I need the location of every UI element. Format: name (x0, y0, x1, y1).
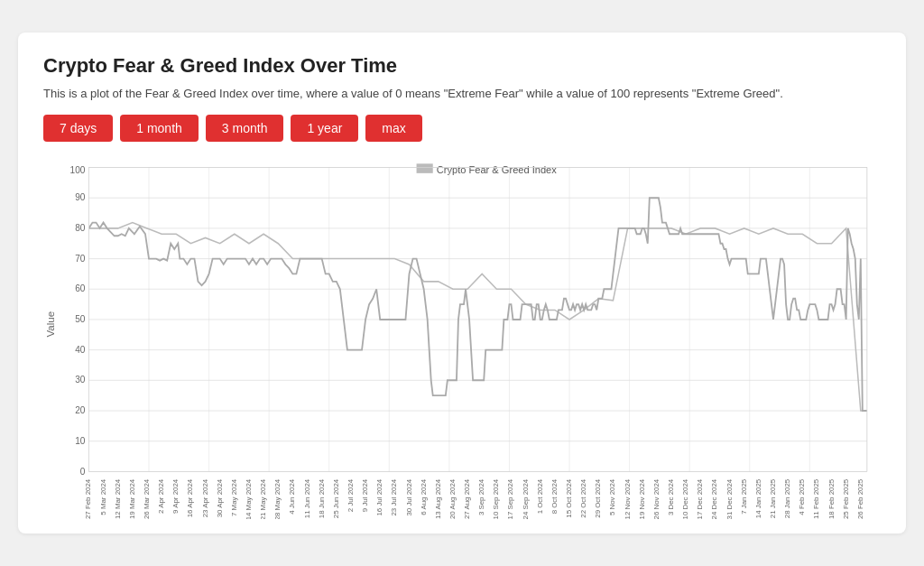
svg-text:22 Oct 2024: 22 Oct 2024 (579, 478, 587, 518)
svg-text:15 Oct 2024: 15 Oct 2024 (565, 478, 573, 518)
svg-text:19 Nov 2024: 19 Nov 2024 (638, 478, 646, 519)
svg-text:90: 90 (75, 192, 85, 202)
svg-text:25 Jun 2024: 25 Jun 2024 (332, 478, 340, 518)
chart-container: Crypto Fear & Greed Index 0 10 20 30 40 … (43, 158, 881, 519)
svg-text:11 Feb 2025: 11 Feb 2025 (813, 479, 821, 519)
svg-text:10: 10 (75, 436, 85, 446)
svg-text:20 Aug 2024: 20 Aug 2024 (448, 478, 457, 519)
btn-1year[interactable]: 1 year (291, 115, 358, 142)
svg-text:17 Sep 2024: 17 Sep 2024 (507, 478, 515, 519)
svg-text:18 Jun 2024: 18 Jun 2024 (318, 478, 326, 518)
svg-text:4 Feb 2025: 4 Feb 2025 (798, 479, 806, 515)
svg-text:25 Feb 2025: 25 Feb 2025 (842, 479, 850, 519)
fear-greed-path (88, 198, 866, 411)
y-axis: 0 10 20 30 40 50 60 70 80 90 1 (70, 165, 867, 477)
svg-text:16 Jul 2024: 16 Jul 2024 (375, 478, 383, 515)
svg-text:40: 40 (75, 345, 85, 355)
svg-text:11 Jun 2024: 11 Jun 2024 (303, 478, 311, 518)
svg-text:60: 60 (75, 283, 85, 293)
svg-text:30: 30 (75, 375, 85, 385)
svg-text:17 Dec 2024: 17 Dec 2024 (696, 478, 704, 519)
svg-text:80: 80 (75, 223, 85, 233)
btn-7days[interactable]: 7 days (43, 115, 113, 142)
svg-text:18 Feb 2025: 18 Feb 2025 (827, 479, 836, 519)
svg-text:31 Dec 2024: 31 Dec 2024 (725, 478, 734, 519)
svg-text:14 May 2024: 14 May 2024 (245, 478, 253, 519)
svg-text:100: 100 (70, 165, 86, 175)
btn-3month[interactable]: 3 month (206, 115, 284, 142)
subtitle-text: This is a plot of the Fear & Greed Index… (43, 87, 881, 100)
btn-1month[interactable]: 1 month (120, 115, 199, 142)
svg-text:19 Mar 2024: 19 Mar 2024 (128, 478, 136, 519)
main-card: Crypto Fear & Greed Index Over Time This… (18, 32, 906, 534)
y-axis-label: Value (45, 311, 56, 338)
svg-text:9 Apr 2024: 9 Apr 2024 (171, 478, 180, 514)
svg-text:20: 20 (75, 405, 85, 415)
svg-text:7 May 2024: 7 May 2024 (230, 478, 238, 516)
svg-text:14 Jan 2025: 14 Jan 2025 (754, 479, 762, 518)
svg-text:12 Nov 2024: 12 Nov 2024 (624, 478, 632, 519)
svg-text:4 Jun 2024: 4 Jun 2024 (289, 478, 297, 515)
svg-text:3 Sep 2024: 3 Sep 2024 (477, 478, 485, 515)
svg-text:3 Dec 2024: 3 Dec 2024 (667, 478, 675, 515)
svg-text:50: 50 (75, 314, 85, 324)
svg-text:23 Apr 2024: 23 Apr 2024 (201, 478, 209, 517)
fear-greed-line (88, 223, 866, 411)
svg-text:2 Jul 2024: 2 Jul 2024 (346, 478, 355, 512)
svg-text:0: 0 (80, 466, 86, 476)
svg-text:6 Aug 2024: 6 Aug 2024 (420, 478, 428, 515)
svg-text:70: 70 (75, 254, 85, 264)
filter-buttons: 7 days 1 month 3 month 1 year max (43, 115, 881, 142)
svg-text:26 Feb 2025: 26 Feb 2025 (856, 479, 864, 519)
legend-swatch (417, 163, 433, 173)
btn-max[interactable]: max (365, 115, 421, 142)
svg-text:21 Jan 2025: 21 Jan 2025 (769, 479, 777, 518)
svg-text:5 Mar 2024: 5 Mar 2024 (99, 478, 107, 515)
svg-text:7 Jan 2025: 7 Jan 2025 (740, 479, 748, 515)
svg-text:27 Aug 2024: 27 Aug 2024 (463, 478, 471, 519)
svg-text:29 Oct 2024: 29 Oct 2024 (594, 478, 602, 518)
svg-text:5 Nov 2024: 5 Nov 2024 (609, 478, 617, 515)
svg-text:16 Apr 2024: 16 Apr 2024 (187, 478, 195, 517)
svg-text:28 Jan 2025: 28 Jan 2025 (783, 479, 791, 518)
svg-text:9 Jul 2024: 9 Jul 2024 (361, 478, 369, 512)
svg-text:2 Apr 2024: 2 Apr 2024 (157, 478, 165, 514)
page-title: Crypto Fear & Greed Index Over Time (43, 54, 881, 78)
svg-text:8 Oct 2024: 8 Oct 2024 (550, 478, 559, 514)
svg-text:21 May 2024: 21 May 2024 (259, 478, 267, 519)
legend-label: Crypto Fear & Greed Index (437, 164, 557, 175)
svg-text:24 Dec 2024: 24 Dec 2024 (711, 478, 719, 519)
svg-text:1 Oct 2024: 1 Oct 2024 (536, 478, 544, 514)
svg-text:28 May 2024: 28 May 2024 (273, 478, 282, 519)
svg-text:30 Jul 2024: 30 Jul 2024 (405, 478, 413, 515)
svg-text:30 Apr 2024: 30 Apr 2024 (216, 478, 224, 517)
svg-text:27 Feb 2024: 27 Feb 2024 (85, 478, 93, 519)
svg-text:24 Sep 2024: 24 Sep 2024 (522, 478, 530, 519)
svg-text:23 Jul 2024: 23 Jul 2024 (391, 478, 399, 515)
svg-text:13 Aug 2024: 13 Aug 2024 (434, 478, 442, 519)
chart-svg: Crypto Fear & Greed Index 0 10 20 30 40 … (43, 158, 881, 519)
svg-text:26 Nov 2024: 26 Nov 2024 (652, 478, 661, 519)
svg-text:10 Sep 2024: 10 Sep 2024 (492, 478, 500, 519)
svg-text:26 Mar 2024: 26 Mar 2024 (143, 478, 151, 519)
x-axis-labels: 27 Feb 2024 5 Mar 2024 12 Mar 2024 19 Ma… (85, 478, 864, 519)
svg-text:12 Mar 2024: 12 Mar 2024 (114, 478, 122, 519)
svg-text:10 Dec 2024: 10 Dec 2024 (681, 478, 689, 519)
